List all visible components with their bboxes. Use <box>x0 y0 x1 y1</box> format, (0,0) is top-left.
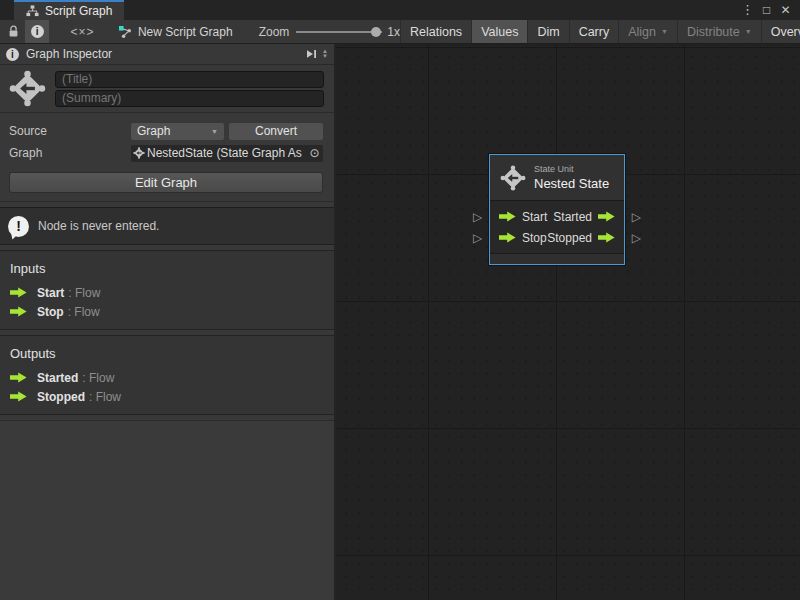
nested-state-node[interactable]: State Unit Nested State Start Started <box>489 154 625 265</box>
info-icon: i <box>31 25 44 38</box>
tab-script-graph[interactable]: Script Graph <box>14 0 124 20</box>
values-button[interactable]: Values <box>472 20 528 43</box>
script-graph-window: Script Graph ⋮ □ ✕ i <×> <box>0 0 800 600</box>
outputs-section: Outputs Started : Flow Stopped : Flow <box>0 335 334 415</box>
flow-in-icon[interactable] <box>499 211 516 222</box>
distribute-dropdown[interactable]: Distribute ▼ <box>678 20 762 43</box>
external-port-icon[interactable]: ▷ <box>632 211 641 223</box>
graph-inspector-header: i Graph Inspector ▲ ▼ <box>0 44 334 65</box>
source-dropdown[interactable]: Graph ▼ <box>131 123 224 140</box>
window-menu-icon[interactable]: ⋮ <box>739 1 756 19</box>
dock-panel-icon[interactable] <box>305 49 317 59</box>
state-graph-icon <box>9 70 46 107</box>
align-dropdown[interactable]: Align ▼ <box>619 20 678 43</box>
convert-button[interactable]: Convert <box>229 123 323 140</box>
graph-object-field[interactable]: NestedState (State Graph As ⊙ <box>131 145 323 162</box>
graph-canvas[interactable]: State Unit Nested State Start Started <box>336 44 800 600</box>
port-in-label[interactable]: Stop <box>522 231 547 245</box>
toolbar-left-group: i <×> New Script Graph Zoom 1x <box>0 20 400 43</box>
dim-label: Dim <box>537 25 559 39</box>
port-type: : Flow <box>68 286 100 300</box>
overview-button[interactable]: Overview <box>762 20 800 43</box>
dim-button[interactable]: Dim <box>528 20 569 43</box>
port-name: Started <box>37 371 78 385</box>
node-port-row: Start Started <box>490 206 624 227</box>
outputs-title: Outputs <box>0 342 334 368</box>
external-port-icon[interactable]: ▷ <box>473 232 482 244</box>
graph-inspector-panel: i Graph Inspector ▲ ▼ <box>0 44 336 600</box>
list-item: Start : Flow <box>0 283 334 302</box>
external-port-icon[interactable]: ▷ <box>473 211 482 223</box>
new-script-graph-button[interactable]: New Script Graph <box>118 25 233 39</box>
warning-text: Node is never entered. <box>38 219 159 233</box>
port-type: : Flow <box>89 390 121 404</box>
edit-graph-label: Edit Graph <box>135 175 197 190</box>
distribute-label: Distribute <box>687 25 740 39</box>
graph-toolbar: i <×> New Script Graph Zoom 1x <box>0 20 800 44</box>
code-view-button[interactable]: <×> <box>63 20 102 44</box>
port-type: : Flow <box>82 371 114 385</box>
maximize-icon[interactable]: □ <box>758 1 775 19</box>
node-body: Start Started Stop Stopped <box>490 201 624 253</box>
tab-strip: Script Graph ⋮ □ ✕ <box>0 0 800 20</box>
port-type: : Flow <box>68 305 100 319</box>
state-unit-icon <box>500 165 526 191</box>
source-label: Source <box>9 124 131 138</box>
graph-label: Graph <box>9 146 131 160</box>
node-header[interactable]: State Unit Nested State <box>490 155 624 201</box>
chevron-down-icon: ▼ <box>661 28 668 35</box>
close-icon[interactable]: ✕ <box>777 1 794 19</box>
warning-banner: ! Node is never entered. <box>0 207 334 245</box>
new-script-graph-label: New Script Graph <box>138 25 233 39</box>
zoom-slider-handle[interactable] <box>371 27 381 37</box>
edit-graph-button[interactable]: Edit Graph <box>9 172 323 193</box>
list-item: Stop : Flow <box>0 302 334 321</box>
toolbar-right-group: Relations Values Dim Carry Align ▼ Distr… <box>400 20 800 43</box>
tab-label: Script Graph <box>45 4 112 18</box>
window-controls: ⋮ □ ✕ <box>739 0 800 20</box>
port-in-label[interactable]: Start <box>522 210 547 224</box>
port-out-label[interactable]: Stopped <box>547 231 592 245</box>
flow-out-icon[interactable] <box>598 232 615 243</box>
sitemap-icon <box>26 5 39 17</box>
lock-icon <box>8 25 19 38</box>
scroll-arrows[interactable]: ▲ ▼ <box>322 49 328 59</box>
lock-button[interactable] <box>3 20 25 44</box>
port-name: Stopped <box>37 390 85 404</box>
node-kind-label: State Unit <box>534 164 609 174</box>
values-label: Values <box>481 25 518 39</box>
title-field[interactable] <box>55 71 324 88</box>
relations-label: Relations <box>410 25 462 39</box>
warning-icon: ! <box>8 216 29 237</box>
external-port-icon[interactable]: ▷ <box>632 232 641 244</box>
graph-properties: Source Graph ▼ Convert Graph <box>0 113 334 165</box>
script-graph-icon <box>118 25 132 39</box>
align-label: Align <box>628 25 656 39</box>
graph-inspector-title: Graph Inspector <box>26 47 112 61</box>
chevron-down-icon: ▼ <box>745 28 752 35</box>
port-out-label[interactable]: Started <box>553 210 592 224</box>
object-picker-icon[interactable]: ⊙ <box>308 146 321 160</box>
port-name: Start <box>37 286 64 300</box>
flow-arrow-icon <box>10 372 27 383</box>
flow-in-icon[interactable] <box>499 232 516 243</box>
inputs-section: Inputs Start : Flow Stop : Flow <box>0 250 334 330</box>
node-port-row: Stop Stopped <box>490 227 624 248</box>
graph-row: Graph NestedState (State Graph As <box>9 143 323 163</box>
carry-button[interactable]: Carry <box>570 20 620 43</box>
list-item: Stopped : Flow <box>0 387 334 406</box>
source-value: Graph <box>137 124 170 138</box>
source-row: Source Graph ▼ Convert <box>9 121 323 141</box>
zoom-control: Zoom 1x <box>259 25 400 39</box>
inputs-title: Inputs <box>0 257 334 283</box>
flow-arrow-icon <box>10 306 27 317</box>
flow-arrow-icon <box>10 287 27 298</box>
zoom-slider[interactable] <box>296 31 382 33</box>
summary-field[interactable] <box>55 90 324 107</box>
scroll-down-icon[interactable]: ▼ <box>322 54 328 59</box>
relations-button[interactable]: Relations <box>401 20 472 43</box>
flow-out-icon[interactable] <box>598 211 615 222</box>
inspector-toggle-button[interactable]: i <box>25 20 49 44</box>
node-title-label: Nested State <box>534 176 609 191</box>
carry-label: Carry <box>579 25 610 39</box>
